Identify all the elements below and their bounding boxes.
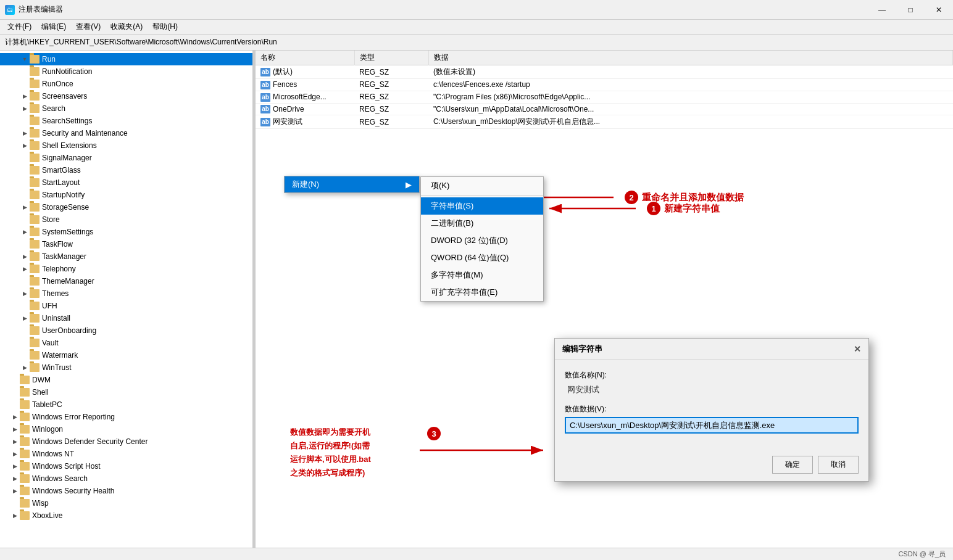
folder-icon: [30, 363, 40, 372]
tree-label: Search: [42, 104, 65, 113]
row-type: REG_SZ: [354, 103, 428, 115]
col-type[interactable]: 类型: [354, 51, 428, 65]
tree-item-shellextensions[interactable]: ▶ Shell Extensions: [0, 139, 252, 152]
tree-item-signalmanager[interactable]: SignalManager: [0, 152, 252, 164]
tree-item-windowssecurityhealth[interactable]: ▶ Windows Security Health: [0, 485, 252, 497]
close-button[interactable]: ✕: [925, 0, 953, 20]
dialog-data-input[interactable]: [565, 417, 859, 434]
col-name[interactable]: 名称: [256, 51, 354, 65]
tree-item-useronboarding[interactable]: UserOnboarding: [0, 324, 252, 337]
menu-help[interactable]: 帮助(H): [148, 20, 183, 33]
dialog-buttons: 确定 取消: [555, 451, 868, 481]
row-type: REG_SZ: [354, 79, 428, 91]
tree-item-windowssearch[interactable]: ▶ Windows Search: [0, 472, 252, 485]
expand-icon: [20, 350, 30, 360]
tree-item-storagesense[interactable]: ▶ StorageSense: [0, 201, 252, 213]
reg-icon: ab: [260, 118, 270, 126]
tree-label: Windows Script Host: [32, 462, 101, 471]
table-row[interactable]: abMicrosoftEdge... REG_SZ "C:\Program Fi…: [256, 91, 953, 103]
folder-icon: [30, 277, 40, 286]
annotation-2-label: 2 重命名并且添加数值数据: [625, 191, 744, 204]
tree-item-wisp[interactable]: Wisp: [0, 497, 252, 509]
tree-item-vault[interactable]: Vault: [0, 337, 252, 349]
menu-edit[interactable]: 编辑(E): [36, 20, 71, 33]
menu-item-qword[interactable]: QWORD (64 位)值(Q): [421, 249, 543, 266]
col-data[interactable]: 数据: [428, 51, 953, 65]
expand-icon: [20, 116, 30, 126]
tree-item-systemsettings[interactable]: ▶ SystemSettings: [0, 226, 252, 238]
tree-item-ufh[interactable]: UFH: [0, 300, 252, 312]
menu-item-dword[interactable]: DWORD (32 位)值(D): [421, 232, 543, 249]
tree-item-screensavers[interactable]: ▶ Screensavers: [0, 90, 252, 102]
tree-item-searchsettings[interactable]: SearchSettings: [0, 115, 252, 127]
tree-item-smartglass[interactable]: SmartGlass: [0, 164, 252, 176]
dialog-cancel-button[interactable]: 取消: [818, 456, 859, 474]
table-row[interactable]: ab网安测试 REG_SZ C:\Users\xun_m\Desktop\网安测…: [256, 115, 953, 129]
expand-icon: ▶: [20, 141, 30, 150]
menu-item-string[interactable]: 字符串值(S): [421, 197, 543, 215]
folder-icon: [30, 154, 40, 162]
arrow-icon: ▶: [406, 180, 412, 189]
menu-file[interactable]: 文件(F): [2, 20, 36, 33]
tree-item-xboxlive[interactable]: ▶ XboxLive: [0, 509, 252, 522]
tree-item-dwm[interactable]: DWM: [0, 374, 252, 386]
tree-item-taskmanager[interactable]: ▶ TaskManager: [0, 250, 252, 263]
folder-icon: [20, 376, 30, 384]
menu-item-binary[interactable]: 二进制值(B): [421, 215, 543, 232]
menu-item-expandstring[interactable]: 可扩充字符串值(E): [421, 284, 543, 301]
expand-icon: ▶: [10, 424, 20, 434]
tree-item-startlayout[interactable]: StartLayout: [0, 176, 252, 189]
tree-item-telephony[interactable]: ▶ Telephony: [0, 263, 252, 275]
dialog-ok-button[interactable]: 确定: [772, 456, 813, 474]
context-menu-new: 新建(N) ▶ 项(K) 字符串值(S) 二进制值(B) DWORD (32 位…: [284, 176, 420, 193]
tree-item-store[interactable]: Store: [0, 213, 252, 226]
tree-panel[interactable]: ▼ Run RunNotification RunOnce ▶ Screensa…: [0, 51, 253, 560]
tree-item-runonce[interactable]: RunOnce: [0, 78, 252, 90]
tree-item-runnotification[interactable]: RunNotification: [0, 65, 252, 78]
folder-icon: [30, 141, 40, 150]
tree-item-taskflow[interactable]: TaskFlow: [0, 238, 252, 250]
tree-label: Vault: [42, 339, 58, 347]
tree-label: Windows NT: [32, 450, 74, 458]
folder-icon: [20, 388, 30, 397]
tree-item-tabletpc[interactable]: TabletPC: [0, 398, 252, 411]
folder-icon: [30, 252, 40, 261]
tree-item-shell[interactable]: Shell: [0, 386, 252, 398]
tree-item-watermark[interactable]: Watermark: [0, 349, 252, 361]
tree-item-startupnotify[interactable]: StartupNotify: [0, 189, 252, 201]
expand-icon: ▶: [10, 461, 20, 471]
tree-label: Windows Security Health: [32, 487, 114, 495]
tree-item-themes[interactable]: ▶ Themes: [0, 287, 252, 300]
folder-icon: [20, 462, 30, 471]
minimize-button[interactable]: —: [868, 0, 896, 20]
tree-item-security[interactable]: ▶ Security and Maintenance: [0, 127, 252, 139]
table-row[interactable]: abOneDrive REG_SZ "C:\Users\xun_m\AppDat…: [256, 103, 953, 115]
folder-icon-run: [30, 55, 40, 64]
menu-item-key[interactable]: 项(K): [421, 177, 543, 194]
tree-item-run[interactable]: ▼ Run: [0, 53, 252, 65]
folder-icon: [20, 474, 30, 483]
table-row[interactable]: abFences REG_SZ c:\fences\Fences.exe /st…: [256, 79, 953, 91]
tree-item-uninstall[interactable]: ▶ Uninstall: [0, 312, 252, 324]
tree-item-wintrust[interactable]: ▶ WinTrust: [0, 361, 252, 374]
expand-icon: ▶: [10, 486, 20, 496]
tree-item-thememanager[interactable]: ThemeManager: [0, 275, 252, 287]
tree-item-windowserrorreporting[interactable]: ▶ Windows Error Reporting: [0, 411, 252, 423]
table-row[interactable]: ab(默认) REG_SZ (数值未设置): [256, 65, 953, 79]
tree-item-winlogon[interactable]: ▶ Winlogon: [0, 423, 252, 435]
menu-item-multistring[interactable]: 多字符串值(M): [421, 266, 543, 284]
tree-label: Windows Defender Security Center: [32, 437, 148, 446]
tree-label: TabletPC: [32, 400, 62, 409]
row-name: Fences: [273, 80, 297, 89]
menu-view[interactable]: 查看(V): [71, 20, 106, 33]
tree-item-windowsscripthost[interactable]: ▶ Windows Script Host: [0, 460, 252, 472]
dialog-close-button[interactable]: ✕: [854, 344, 861, 354]
tree-item-windowsnt[interactable]: ▶ Windows NT: [0, 448, 252, 460]
tree-item-search[interactable]: ▶ Search: [0, 102, 252, 115]
right-panel: 名称 类型 数据 ab(默认) REG_SZ (数值未设置) abFences …: [256, 51, 953, 560]
context-menu-trigger[interactable]: 新建(N) ▶: [285, 176, 419, 192]
maximize-button[interactable]: □: [896, 0, 925, 20]
menu-favorites[interactable]: 收藏夹(A): [106, 20, 148, 33]
expand-icon: [10, 387, 20, 397]
tree-item-windowsdefender[interactable]: ▶ Windows Defender Security Center: [0, 435, 252, 448]
